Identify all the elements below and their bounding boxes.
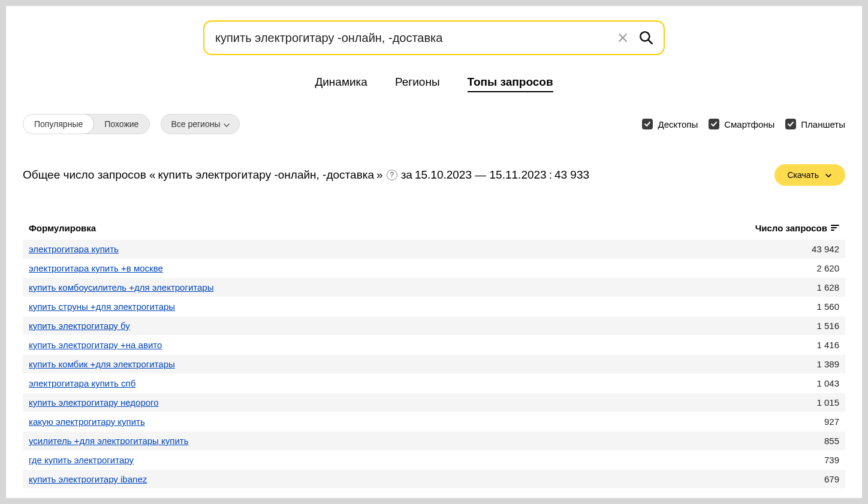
summary-text: Общее число запросов «купить электрогита… xyxy=(23,168,589,182)
query-link[interactable]: какую электрогитару купить xyxy=(29,417,824,427)
query-count: 739 xyxy=(824,455,839,465)
table-row: где купить электрогитару739 xyxy=(23,450,845,469)
tabs: Динамика Регионы Топы запросов xyxy=(23,76,845,92)
help-icon[interactable]: ? xyxy=(387,170,397,180)
search-wrap xyxy=(23,20,845,55)
query-count: 2 620 xyxy=(816,263,839,273)
query-count: 1 516 xyxy=(816,321,839,331)
query-link[interactable]: электрогитара купить спб xyxy=(29,378,816,388)
query-link[interactable]: где купить электрогитару xyxy=(29,455,824,465)
table-row: купить электрогитару недорого1 015 xyxy=(23,393,845,412)
query-count: 1 015 xyxy=(816,397,839,408)
segment-type: Популярные Похожие xyxy=(23,114,150,134)
table-row: купить комбик +для электрогитары1 389 xyxy=(23,354,845,373)
download-label: Скачать xyxy=(788,170,819,180)
region-select[interactable]: Все регионы xyxy=(161,114,240,134)
query-link[interactable]: купить электрогитару ibanez xyxy=(29,474,824,484)
summary-sep: : xyxy=(549,168,552,182)
tab-regions[interactable]: Регионы xyxy=(395,76,440,92)
query-count: 1 628 xyxy=(816,282,839,292)
checkbox-label: Десктопы xyxy=(658,119,698,129)
summary-range-prefix: за xyxy=(401,168,412,182)
table-row: купить электрогитару ibanez679 xyxy=(23,469,845,488)
checkbox-smartphones[interactable]: Смартфоны xyxy=(709,119,774,129)
summary-total: 43 933 xyxy=(554,168,589,182)
search-box xyxy=(203,20,665,55)
tab-dynamics[interactable]: Динамика xyxy=(315,76,367,92)
col-count-label: Число запросов xyxy=(755,223,827,233)
segment-similar[interactable]: Похожие xyxy=(94,114,149,134)
summary-prefix: Общее число запросов « xyxy=(23,168,156,182)
results-table: Формулировка Число запросов электрогитар… xyxy=(23,223,845,488)
search-input[interactable] xyxy=(215,31,614,45)
download-button[interactable]: Скачать xyxy=(774,164,846,186)
table-header: Формулировка Число запросов xyxy=(23,223,845,239)
table-row: усилитель +для электрогитары купить855 xyxy=(23,431,845,450)
query-count: 1 389 xyxy=(816,359,839,369)
table-row: купить струны +для электрогитары1 560 xyxy=(23,297,845,316)
query-link[interactable]: купить комбик +для электрогитары xyxy=(29,359,816,369)
table-row: купить электрогитару бу1 516 xyxy=(23,316,845,335)
query-count: 43 942 xyxy=(812,244,839,254)
query-count: 1 043 xyxy=(816,378,839,388)
query-link[interactable]: купить электрогитару недорого xyxy=(29,397,816,408)
table-row: купить комбоусилитель +для электрогитары… xyxy=(23,277,845,297)
query-link[interactable]: купить струны +для электрогитары xyxy=(29,301,816,312)
summary-row: Общее число запросов «купить электрогита… xyxy=(23,164,845,186)
search-icon[interactable] xyxy=(637,29,655,47)
region-label: Все регионы xyxy=(171,119,220,129)
svg-line-3 xyxy=(648,40,652,43)
table-body: электрогитара купить43 942электрогитара … xyxy=(23,239,845,488)
checkbox-icon xyxy=(709,119,719,129)
checkbox-icon xyxy=(785,119,796,129)
query-link[interactable]: электрогитара купить +в москве xyxy=(29,263,816,273)
query-count: 679 xyxy=(824,474,839,484)
tab-tops[interactable]: Топы запросов xyxy=(468,76,553,92)
checkbox-label: Смартфоны xyxy=(724,119,774,129)
summary-postfix: » xyxy=(376,168,383,182)
query-count: 855 xyxy=(824,436,839,446)
query-count: 1 416 xyxy=(816,340,839,350)
summary-range: 15.10.2023 — 15.11.2023 xyxy=(415,168,547,182)
col-query: Формулировка xyxy=(29,223,755,233)
clear-icon[interactable] xyxy=(614,29,631,46)
table-row: электрогитара купить43 942 xyxy=(23,239,845,258)
table-row: электрогитара купить +в москве2 620 xyxy=(23,258,845,277)
chevron-down-icon xyxy=(825,170,832,180)
query-count: 927 xyxy=(824,417,839,427)
page: Динамика Регионы Топы запросов Популярны… xyxy=(6,6,862,498)
segment-popular[interactable]: Популярные xyxy=(23,114,94,134)
query-link[interactable]: электрогитара купить xyxy=(29,244,812,254)
table-row: купить электрогитару +на авито1 416 xyxy=(23,335,845,354)
device-checks: Десктопы Смартфоны Планшеты xyxy=(642,119,845,129)
checkbox-tablets[interactable]: Планшеты xyxy=(785,119,845,129)
table-row: электрогитара купить спб1 043 xyxy=(23,373,845,393)
query-link[interactable]: усилитель +для электрогитары купить xyxy=(29,436,824,446)
query-link[interactable]: купить электрогитару +на авито xyxy=(29,340,816,350)
col-count[interactable]: Число запросов xyxy=(755,223,839,233)
filter-row: Популярные Похожие Все регионы Десктопы xyxy=(23,114,845,134)
checkbox-desktops[interactable]: Десктопы xyxy=(642,119,698,129)
query-count: 1 560 xyxy=(816,301,839,312)
checkbox-icon xyxy=(642,119,653,129)
query-link[interactable]: купить электрогитару бу xyxy=(29,321,816,331)
table-row: какую электрогитару купить927 xyxy=(23,412,845,431)
checkbox-label: Планшеты xyxy=(801,119,845,129)
query-link[interactable]: купить комбоусилитель +для электрогитары xyxy=(29,282,816,292)
sort-desc-icon xyxy=(831,223,839,233)
summary-query: купить электрогитару -онлайн, -доставка xyxy=(158,168,374,182)
chevron-down-icon xyxy=(224,119,230,129)
